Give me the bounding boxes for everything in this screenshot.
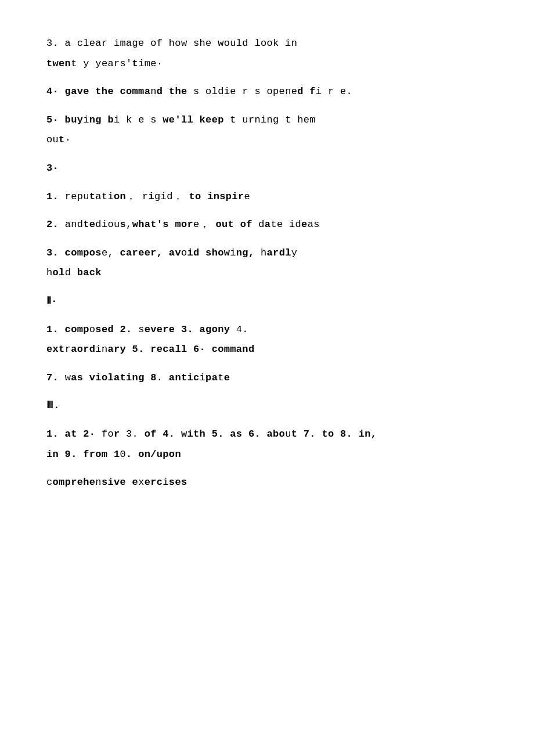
block-1-text: t y years' [71,58,132,69]
block-8-line-2: extraordinary 5. recall 6· command [46,341,488,359]
block-1: 3. a clear image of how she would look i… [46,35,488,73]
block-7: 3. compose, career, avoid showing, hardl… [46,244,488,282]
block-1-line-2: twent y years'time· [46,55,488,73]
section-2-header: Ⅱ· [46,293,488,311]
block-4-line-1: 3· [46,160,488,178]
page-content: 3. a clear image of how she would look i… [46,35,488,492]
block-8-line-1: 1. composed 2. severe 3. agony 4. [46,321,488,339]
block-6-line-1: 2. andtedious,what's more， out of date i… [46,216,488,234]
block-1-line-1: 3. a clear image of how she would look i… [46,35,488,53]
block-3-line-1: 5· buying bi k e s we'll keep t urning t… [46,111,488,129]
block-9-line-1: 7. was violating 8. anticipate [46,369,488,387]
block-9: 7. was violating 8. anticipate [46,369,488,387]
block-3-line-2: out· [46,131,488,149]
section-3-header: Ⅲ. [46,397,488,415]
block-7-line-2: hold back [46,264,488,282]
block-10-line-1: 1. at 2· for 3. of 4. with 5. as 6. abou… [46,426,488,444]
block-10: 1. at 2· for 3. of 4. with 5. as 6. abou… [46,426,488,463]
block-4: 3· [46,160,488,178]
section-3-label: Ⅲ. [46,397,488,415]
block-11: comprehensive exercises [46,474,488,492]
block-2-line-1: 4· gave the command the s oldie r s open… [46,83,488,101]
block-5-line-1: 1. reputation， rigid， to inspire [46,188,488,206]
block-10-line-2: in 9. from 10. on/upon [46,446,488,464]
block-2: 4· gave the command the s oldie r s open… [46,83,488,101]
block-7-line-1: 3. compose, career, avoid showing, hardl… [46,244,488,262]
block-11-line-1: comprehensive exercises [46,474,488,492]
block-3: 5· buying bi k e s we'll keep t urning t… [46,111,488,149]
section-2-label: Ⅱ· [46,293,488,311]
block-6: 2. andtedious,what's more， out of date i… [46,216,488,234]
block-8: 1. composed 2. severe 3. agony 4. extrao… [46,321,488,359]
block-5: 1. reputation， rigid， to inspire [46,188,488,206]
block-1-bold: twen [46,58,71,69]
